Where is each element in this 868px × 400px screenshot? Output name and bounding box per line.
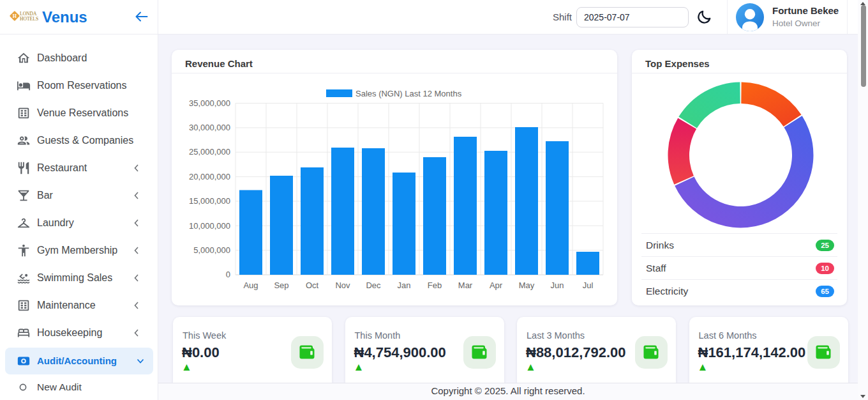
svg-text:May: May [519, 281, 535, 290]
svg-text:35,000,000: 35,000,000 [189, 98, 230, 108]
svg-text:Apr: Apr [490, 281, 503, 290]
svg-text:Aug: Aug [243, 281, 258, 290]
svg-text:Oct: Oct [306, 281, 319, 290]
svg-text:0: 0 [226, 270, 230, 279]
svg-text:10,000,000: 10,000,000 [189, 221, 230, 231]
svg-text:Mar: Mar [458, 281, 473, 290]
svg-text:Jul: Jul [583, 281, 594, 290]
svg-text:Jan: Jan [398, 281, 411, 290]
svg-text:25,000,000: 25,000,000 [189, 147, 230, 157]
svg-text:Jun: Jun [551, 281, 564, 290]
svg-text:HOTELS: HOTELS [20, 16, 38, 22]
svg-text:Feb: Feb [428, 281, 442, 290]
svg-text:20,000,000: 20,000,000 [189, 172, 230, 181]
svg-text:30,000,000: 30,000,000 [189, 123, 230, 132]
svg-text:Sep: Sep [274, 281, 288, 290]
svg-text:Sales (NGN) Last 12 Months: Sales (NGN) Last 12 Months [355, 89, 462, 98]
svg-text:Dec: Dec [366, 281, 381, 290]
svg-text:15,000,000: 15,000,000 [189, 196, 230, 206]
svg-text:H: H [13, 13, 17, 19]
svg-text:Nov: Nov [335, 281, 350, 290]
svg-text:5,000,000: 5,000,000 [193, 245, 230, 255]
